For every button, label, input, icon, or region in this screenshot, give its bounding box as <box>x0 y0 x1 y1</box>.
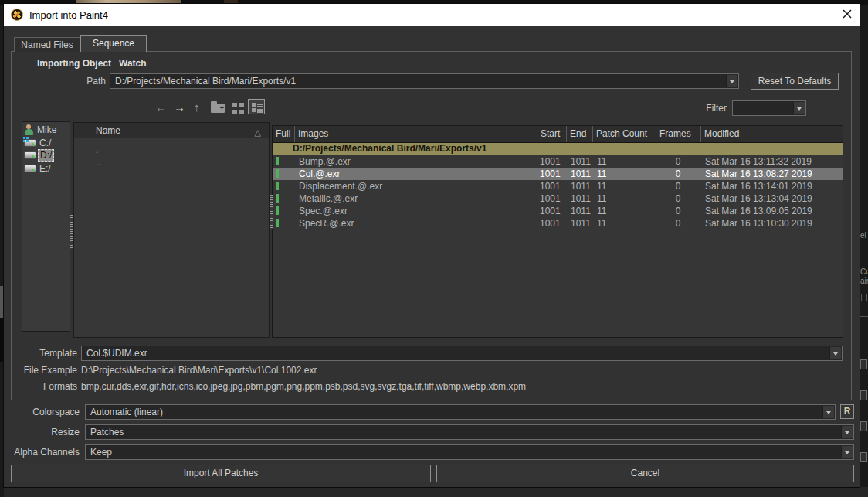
user-icon <box>24 124 34 135</box>
grid-view-icon[interactable] <box>232 103 237 107</box>
files-table-panel: Full Images Start End Patch Count Frames… <box>272 125 843 338</box>
file-name: Metallic.@.exr <box>299 192 358 205</box>
column-header-start[interactable]: Start <box>537 126 566 142</box>
full-indicator-bar <box>276 219 279 227</box>
new-folder-icon[interactable]: + <box>211 104 225 113</box>
chevron-down-icon[interactable] <box>822 406 834 418</box>
file-frames: 0 <box>656 180 700 192</box>
chevron-down-icon[interactable] <box>793 102 805 114</box>
drive-label: C:/ <box>39 138 51 148</box>
close-icon <box>842 9 853 22</box>
resize-label: Resize <box>4 427 80 437</box>
column-header-modified[interactable]: Modified <box>700 126 843 142</box>
list-view-glyph <box>252 103 256 107</box>
file-start: 1001 <box>540 205 561 217</box>
alpha-channels-combobox[interactable]: Keep <box>85 444 854 460</box>
file-modified: Sat Mar 16 13:09:05 2019 <box>705 205 812 217</box>
file-name: Bump.@.exr <box>299 155 351 168</box>
file-name: Spec.@.exr <box>299 205 348 217</box>
tree-item-parent-dir[interactable]: .. <box>96 157 101 168</box>
column-header-full[interactable]: Full <box>273 126 294 142</box>
table-row[interactable]: Displacement.@.exr 1001 1011 11 0 Sat Ma… <box>273 180 843 192</box>
dialog-title: Import into Paint4 <box>29 9 108 21</box>
drive-label: Mike <box>37 124 56 135</box>
background-widget-fragment <box>860 359 867 369</box>
table-row[interactable]: SpecR.@.exr 1001 1011 11 0 Sat Mar 16 13… <box>273 217 843 230</box>
file-end: 1011 <box>571 192 591 205</box>
chevron-down-icon[interactable] <box>841 426 853 438</box>
column-header-images[interactable]: Images <box>294 126 537 142</box>
resize-combobox[interactable]: Patches <box>85 424 854 440</box>
file-example-value: D:\Projects\Mechanical Bird\Mari\Exports… <box>81 365 317 376</box>
file-name: Displacement.@.exr <box>299 180 382 192</box>
file-frames: 0 <box>656 217 700 230</box>
list-view-icon[interactable] <box>248 99 265 114</box>
drives-panel: Mike C:/ D:/ E:/ <box>22 121 70 332</box>
file-name: Col.@.exr <box>299 168 341 180</box>
template-combobox[interactable]: Col.$UDIM.exr <box>81 346 843 361</box>
list-view-glyph <box>257 104 263 105</box>
panel-splitter-handle[interactable] <box>270 195 273 229</box>
file-frames: 0 <box>656 168 700 180</box>
forward-icon[interactable]: → <box>174 100 185 114</box>
chevron-down-icon[interactable] <box>829 347 841 359</box>
path-value: D:/Projects/Mechanical Bird/Mari/Exports… <box>115 74 296 88</box>
file-modified: Sat Mar 16 13:13:04 2019 <box>705 192 812 205</box>
file-frames: 0 <box>656 205 700 217</box>
full-indicator-bar <box>276 194 279 203</box>
background-fragment-text: Cu <box>860 267 868 276</box>
up-directory-icon[interactable]: ↑ <box>194 100 200 114</box>
column-header-patch-count[interactable]: Patch Count <box>592 126 656 142</box>
table-row[interactable]: Bump.@.exr 1001 1011 11 0 Sat Mar 16 13:… <box>273 155 843 168</box>
table-row[interactable]: Metallic.@.exr 1001 1011 11 0 Sat Mar 16… <box>273 192 843 205</box>
background-fragment-text: ain <box>860 277 868 285</box>
resize-value: Patches <box>90 425 124 439</box>
file-patch-count: 11 <box>597 205 606 217</box>
cancel-button[interactable]: Cancel <box>436 465 854 482</box>
file-end: 1011 <box>571 217 591 230</box>
import-dialog: Import into Paint4 Named Files Sequence … <box>4 4 860 487</box>
formats-value: bmp,cur,dds,exr,gif,hdr,icns,ico,jpeg,jp… <box>81 381 526 392</box>
importing-object-label: Importing Object <box>37 58 111 69</box>
drive-icon <box>24 165 36 172</box>
file-patch-count: 11 <box>597 217 606 230</box>
import-all-patches-button[interactable]: Import All Patches <box>11 465 431 482</box>
path-combobox[interactable]: D:/Projects/Mechanical Bird/Mari/Exports… <box>110 73 739 89</box>
file-modified: Sat Mar 16 13:10:30 2019 <box>705 217 812 230</box>
tab-sequence[interactable]: Sequence <box>80 35 147 52</box>
full-indicator-bar <box>276 182 279 190</box>
dialog-body: Named Files Sequence Importing ObjectWat… <box>4 26 860 487</box>
background-widget-fragment <box>860 421 867 431</box>
drive-item-d[interactable]: D:/ <box>24 149 69 162</box>
drive-item-c[interactable]: C:/ <box>24 137 69 149</box>
panel-splitter-handle[interactable] <box>70 215 73 249</box>
drive-item-mike[interactable]: Mike <box>24 124 69 136</box>
table-row[interactable]: Spec.@.exr 1001 1011 11 0 Sat Mar 16 13:… <box>273 205 843 217</box>
reset-to-defaults-button[interactable]: Reset To Defaults <box>751 73 839 90</box>
column-header-end[interactable]: End <box>566 126 592 142</box>
filter-combobox[interactable] <box>732 100 806 116</box>
windows-logo-icon <box>23 137 25 139</box>
file-example-label: File Example <box>10 365 77 376</box>
alpha-channels-value: Keep <box>90 445 112 459</box>
tree-item-current-dir[interactable]: . <box>96 145 98 155</box>
drive-item-e[interactable]: E:/ <box>24 162 69 175</box>
column-header-frames[interactable]: Frames <box>656 126 700 142</box>
template-value: Col.$UDIM.exr <box>86 346 147 360</box>
colorspace-reset-button[interactable]: R <box>840 404 854 419</box>
chevron-down-icon[interactable] <box>726 75 737 87</box>
colorspace-combobox[interactable]: Automatic (linear) <box>85 404 836 420</box>
sort-ascending-icon: △ <box>255 124 261 140</box>
chevron-down-icon[interactable] <box>841 446 853 458</box>
tab-named-files[interactable]: Named Files <box>14 37 80 52</box>
file-end: 1011 <box>571 205 591 217</box>
close-button[interactable] <box>839 8 855 22</box>
file-modified: Sat Mar 16 13:08:27 2019 <box>705 168 812 180</box>
table-row-selected[interactable]: Col.@.exr 1001 1011 11 0 Sat Mar 16 13:0… <box>273 168 843 180</box>
dialog-titlebar[interactable]: Import into Paint4 <box>4 4 860 26</box>
colorspace-value: Automatic (linear) <box>90 405 163 419</box>
name-column-header[interactable]: Name △ <box>74 123 269 138</box>
directory-group-row[interactable]: D:/Projects/Mechanical Bird/Mari/Exports… <box>273 143 843 155</box>
back-icon[interactable]: ← <box>155 100 167 114</box>
background-divider <box>860 316 868 317</box>
